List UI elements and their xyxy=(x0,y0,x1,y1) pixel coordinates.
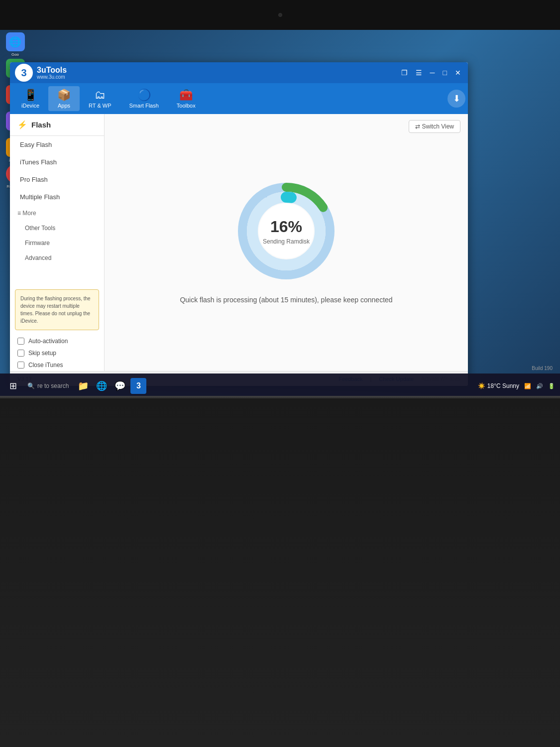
laptop-camera xyxy=(278,13,282,17)
app-window: 3 3uTools www.3u.com ❐ ☰ ─ □ ✕ 📱 iDevice… xyxy=(10,62,468,386)
taskbar-battery-icon: 🔋 xyxy=(548,383,555,389)
smartflash-icon: 🔵 xyxy=(137,89,151,102)
progress-percent: 16% xyxy=(263,218,310,236)
sidebar-item-itunes-flash[interactable]: iTunes Flash xyxy=(10,153,104,171)
taskbar-icon-chrome[interactable]: 🌐 xyxy=(94,378,110,394)
toolbar-item-smartflash[interactable]: 🔵 Smart Flash xyxy=(120,86,168,111)
title-bar: 3 3uTools www.3u.com ❐ ☰ ─ □ ✕ xyxy=(10,62,468,83)
checkbox-skip-setup[interactable]: Skip setup xyxy=(10,347,104,359)
rtwp-label: RT & WP xyxy=(89,103,111,109)
taskbar: ⊞ 🔍 re to search 📁 🌐 💬 3 ☀️ 18°C Sunny 📶… xyxy=(0,374,560,398)
info-box: During the flashing process, the device … xyxy=(15,289,99,330)
laptop-keyboard: hp esc F1F1 F2F2 F3◀◀ F4▶▶ F5 F6▶❚❚ F7 F… xyxy=(0,398,560,747)
toolbox-label: Toolbox xyxy=(177,103,196,109)
desktop-icon-goo[interactable]: 🌐 Goo xyxy=(1,32,29,57)
sidebar-header: ⚡ Flash xyxy=(10,114,104,136)
sidebar-item-multiple-flash[interactable]: Multiple Flash xyxy=(10,188,104,206)
download-button[interactable]: ⬇ xyxy=(448,90,465,108)
toolbar: 📱 iDevice 📦 Apps 🗂 RT & WP 🔵 Smart Flash… xyxy=(10,83,468,114)
app-name: 3uTools xyxy=(37,66,67,75)
sidebar-sub-advanced[interactable]: Advanced xyxy=(10,250,104,265)
progress-container: 01010101010101 xyxy=(236,181,336,281)
laptop-top-bar xyxy=(0,0,560,30)
taskbar-search[interactable]: 🔍 re to search xyxy=(23,380,73,391)
sidebar-sub-firmware[interactable]: Firmware xyxy=(10,236,104,250)
taskbar-icon-filemgr[interactable]: 📁 xyxy=(75,378,91,394)
progress-status: Sending Ramdisk xyxy=(263,238,310,245)
desktop-background: 🌐 Goo 🔶 Chro 📁 der 🔧 epair 📋 20F-A8 🔴 Re… xyxy=(0,30,560,398)
checkbox-close-itunes[interactable]: Close iTunes xyxy=(10,359,104,371)
close-itunes-checkbox[interactable] xyxy=(17,362,24,369)
flash-header-icon: ⚡ xyxy=(17,120,27,129)
minimize-icon[interactable]: ─ xyxy=(428,68,437,78)
maximize-icon[interactable]: □ xyxy=(441,68,449,78)
sidebar-item-pro-flash[interactable]: Pro Flash xyxy=(10,171,104,188)
sidebar-sub-other-tools[interactable]: Other Tools xyxy=(10,221,104,236)
toolbox-icon: 🧰 xyxy=(179,89,193,102)
app-logo: 3 xyxy=(15,64,33,82)
title-bar-text: 3uTools www.3u.com xyxy=(37,66,67,80)
skip-setup-checkbox[interactable] xyxy=(17,350,24,357)
toolbar-right: ⬇ xyxy=(448,90,465,108)
toolbar-item-rtwp[interactable]: 🗂 RT & WP xyxy=(80,86,120,111)
idevice-icon: 📱 xyxy=(24,89,37,102)
taskbar-volume-icon: 🔊 xyxy=(536,383,543,389)
status-message: Quick flash is processing (about 15 minu… xyxy=(180,296,392,304)
menu-icon[interactable]: ☰ xyxy=(414,68,424,78)
taskbar-icon-msg[interactable]: 💬 xyxy=(112,378,128,394)
restore-icon[interactable]: ❐ xyxy=(399,68,410,78)
sidebar-header-label: Flash xyxy=(31,121,51,129)
desktop-icon-label-goo: Goo xyxy=(11,52,19,57)
taskbar-search-text: re to search xyxy=(37,382,69,389)
idevice-label: iDevice xyxy=(21,103,39,109)
auto-activation-checkbox[interactable] xyxy=(17,338,24,345)
taskbar-start-button[interactable]: ⊞ xyxy=(5,378,21,394)
main-content: ⚡ Flash Easy Flash iTunes Flash Pro Flas… xyxy=(10,114,468,371)
build-number: Build 190 xyxy=(532,366,553,371)
content-area: ⇄ Switch View 01010101010101 xyxy=(105,114,468,371)
taskbar-icons: 📁 🌐 💬 3 xyxy=(75,378,146,394)
toolbar-item-toolbox[interactable]: 🧰 Toolbox xyxy=(168,86,205,111)
smartflash-label: Smart Flash xyxy=(129,103,159,109)
app-url: www.3u.com xyxy=(37,74,67,80)
toolbar-item-idevice[interactable]: 📱 iDevice xyxy=(12,86,48,111)
switch-view-button[interactable]: ⇄ Switch View xyxy=(409,120,460,133)
weather-icon: ☀️ xyxy=(478,382,485,389)
apps-icon: 📦 xyxy=(57,89,71,102)
sidebar: ⚡ Flash Easy Flash iTunes Flash Pro Flas… xyxy=(10,114,105,371)
progress-center: 16% Sending Ramdisk xyxy=(263,218,310,245)
taskbar-right: ☀️ 18°C Sunny 📶 🔊 🔋 xyxy=(478,382,555,389)
sidebar-item-easy-flash[interactable]: Easy Flash xyxy=(10,136,104,153)
sidebar-more-section[interactable]: ≡ More xyxy=(10,206,104,221)
weather-text: 18°C Sunny xyxy=(487,382,519,389)
taskbar-weather: ☀️ 18°C Sunny xyxy=(478,382,519,389)
close-icon[interactable]: ✕ xyxy=(453,68,463,78)
taskbar-network-icon: 📶 xyxy=(524,383,531,389)
taskbar-icon-3utools[interactable]: 3 xyxy=(130,378,146,394)
rtwp-icon: 🗂 xyxy=(95,89,106,102)
title-bar-controls: ❐ ☰ ─ □ ✕ xyxy=(399,68,463,78)
toolbar-item-apps[interactable]: 📦 Apps xyxy=(48,86,80,111)
checkbox-auto-activation[interactable]: Auto-activation xyxy=(10,335,104,347)
apps-label: Apps xyxy=(58,103,70,109)
search-icon: 🔍 xyxy=(27,382,35,389)
progress-ring-wrapper: 01010101010101 xyxy=(236,181,336,281)
